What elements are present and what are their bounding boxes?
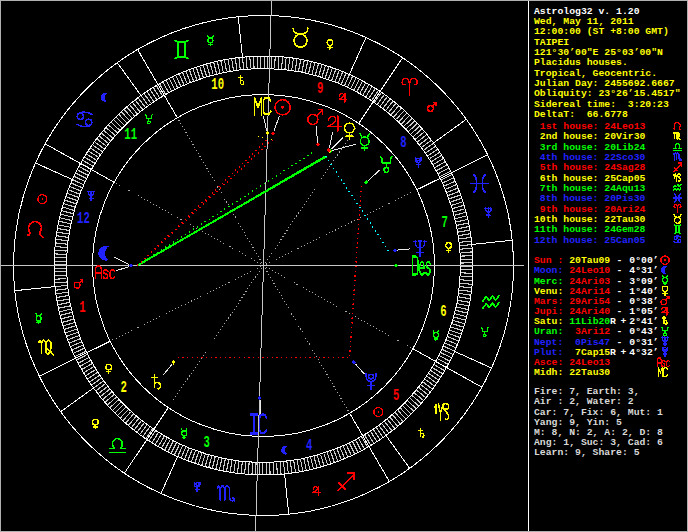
svg-text:Midh:: Midh: — [534, 367, 563, 378]
svg-text:1: 1 — [79, 299, 85, 317]
svg-text:Learn: 9, Share: 5: Learn: 9, Share: 5 — [534, 447, 640, 458]
svg-text:6: 6 — [440, 303, 446, 321]
svg-text:R: R — [610, 316, 616, 327]
svg-text:8: 8 — [400, 134, 406, 152]
svg-text:12: 12 — [77, 210, 90, 228]
svg-text:4°32’: 4°32’ — [629, 347, 658, 358]
svg-text:10: 10 — [211, 76, 224, 94]
svg-text:22Tau30: 22Tau30 — [569, 367, 610, 378]
svg-text:2: 2 — [120, 379, 126, 397]
svg-text:R: R — [610, 347, 616, 358]
svg-text:5: 5 — [393, 387, 399, 405]
svg-text:3: 3 — [204, 434, 210, 452]
svg-text:DeltaT: 66.6778: DeltaT: 66.6778 — [534, 109, 628, 120]
svg-text:7: 7 — [441, 214, 447, 232]
svg-text:12th house: 25Can05: 12th house: 25Can05 — [534, 235, 645, 246]
svg-text:4: 4 — [306, 437, 312, 455]
svg-text:9: 9 — [317, 80, 323, 98]
svg-text:11: 11 — [124, 126, 137, 144]
svg-text:+: + — [621, 347, 627, 358]
